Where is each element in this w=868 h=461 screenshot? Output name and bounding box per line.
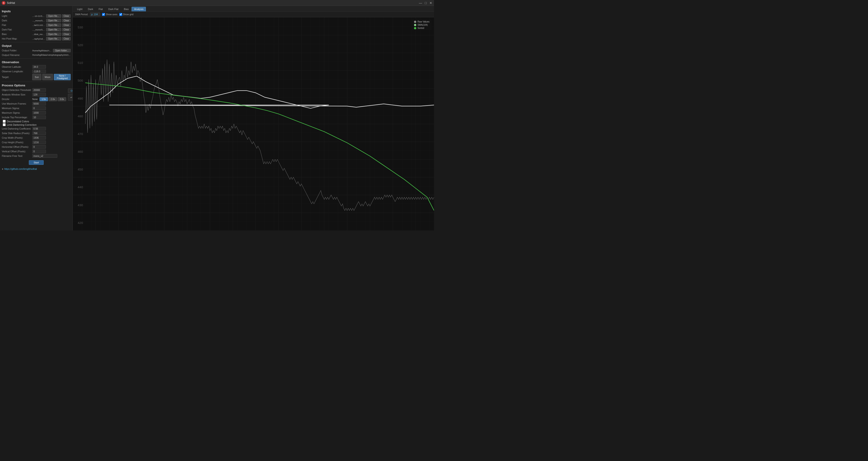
limb-coeff-input[interactable] <box>32 127 46 130</box>
tab-dark-flat[interactable]: Dark Flat <box>106 7 121 11</box>
svg-text:450: 450 <box>78 167 83 171</box>
crop-width-label: Crop Width (Pixels): <box>2 136 31 139</box>
close-btn[interactable]: ✕ <box>430 1 432 5</box>
inputs-section-title: Inputs <box>2 9 71 13</box>
decorrelated-checkbox[interactable] <box>3 120 6 123</box>
limb-correction-checkbox[interactable] <box>3 123 6 126</box>
h-offset-input[interactable] <box>32 145 46 149</box>
h-offset-row: Horizontal Offset (Pixels): <box>2 145 71 149</box>
link-row: ● https://github.com/kmgill/solhat <box>2 166 71 171</box>
max-sigma-row: Maximum Sigma: <box>2 111 71 115</box>
radio-icon: ⊙ <box>70 89 73 92</box>
hotpixel-open-btn[interactable]: Open file... <box>46 37 61 40</box>
min-sigma-row: Minimum Sigma: <box>2 106 71 110</box>
tab-bias[interactable]: Bias <box>121 7 131 11</box>
target-prealigned-btn[interactable]: None / Prealigned <box>54 74 71 80</box>
crop-width-input[interactable] <box>32 136 46 140</box>
dark-open-btn[interactable]: Open file... <box>46 19 61 22</box>
show-grid-label[interactable]: Show grid <box>119 13 134 16</box>
bias-row: Bias: ...ldisk_mono/Sun_-_Bias_100920.se… <box>2 32 71 36</box>
bias-clear-btn[interactable]: Clear <box>62 32 71 36</box>
top-pct-input[interactable] <box>32 116 46 119</box>
svg-text:480: 480 <box>78 114 83 118</box>
show-grid-checkbox[interactable] <box>119 13 122 16</box>
window-title: SolHat <box>7 1 15 4</box>
dark-flat-row: Dark Flat: ..._mono/Sun_-_Flat_Dark_1008… <box>2 28 71 32</box>
svg-text:490: 490 <box>78 97 83 100</box>
dark-flat-clear-btn[interactable]: Clear <box>62 28 71 31</box>
target-moon-btn[interactable]: Moon <box>42 74 53 80</box>
tab-bar: Light Dark Flat Dark Flat Bias Analysis <box>73 6 434 11</box>
sma-period-label: SMA Period: <box>75 13 88 16</box>
solar-radius-input[interactable] <box>32 131 46 135</box>
crop-height-input[interactable] <box>32 141 46 144</box>
dark-clear-btn[interactable]: Clear <box>62 19 71 22</box>
show-axes-label[interactable]: Show axes <box>102 13 117 16</box>
svg-text:510: 510 <box>78 61 83 65</box>
flat-clear-btn[interactable]: Clear <box>62 23 71 27</box>
crop-height-row: Crop Height (Pixels): <box>2 140 71 144</box>
drizzle-label: Drizzle: <box>2 98 31 100</box>
show-axes-checkbox[interactable] <box>102 13 105 16</box>
sma-period-input[interactable] <box>90 12 100 16</box>
max-frames-row: Use Maximum Frames: <box>2 102 71 106</box>
hotpixel-label: Hot Pixel Map: <box>2 37 31 40</box>
longitude-label: Observer Longitude: <box>2 70 31 73</box>
hotpixel-clear-btn[interactable]: Clear <box>62 37 71 40</box>
start-btn[interactable]: Start <box>29 160 43 165</box>
tab-light[interactable]: Light <box>74 7 85 11</box>
svg-text:520: 520 <box>78 43 83 47</box>
solar-radius-label: Solar Disk Radius (Pixels): <box>2 132 31 134</box>
svg-text:530: 530 <box>78 26 83 29</box>
light-label: Light: <box>2 14 31 17</box>
v-offset-row: Vertical Offset (Pixels): <box>2 149 71 153</box>
bullet-icon: ● <box>2 167 3 170</box>
run-analysis-btn[interactable]: ↵ Run Analysis <box>68 94 73 101</box>
tab-analysis[interactable]: Analysis <box>131 7 146 11</box>
window-controls: — □ ✕ <box>419 1 432 5</box>
dark-value: ..._mono/Sun_-_Dark_094859_20ms.ser <box>32 19 45 22</box>
show-axes-text: Show axes <box>106 13 117 16</box>
v-offset-input[interactable] <box>32 150 46 153</box>
right-panel: Light Dark Flat Dark Flat Bias Analysis … <box>73 6 434 230</box>
svg-text:420: 420 <box>78 221 83 224</box>
dark-flat-open-btn[interactable]: Open file... <box>46 28 61 31</box>
svg-text:500: 500 <box>78 79 83 83</box>
free-text-input[interactable] <box>32 154 57 158</box>
bias-open-btn[interactable]: Open file... <box>46 32 61 36</box>
target-sun-btn[interactable]: Sun <box>32 74 41 80</box>
output-folder-btn[interactable]: Open folder... <box>53 49 71 52</box>
max-sigma-input[interactable] <box>32 111 46 115</box>
flat-open-btn[interactable]: Open file... <box>46 23 61 27</box>
github-link[interactable]: https://github.com/kmgill/solhat <box>4 167 37 170</box>
title-bar: S SolHat — □ ✕ <box>0 0 434 6</box>
free-text-label: Filename Free Text: <box>2 155 31 157</box>
longitude-input[interactable] <box>32 69 46 73</box>
drizzle-3-0x-btn[interactable]: 3.0x <box>58 97 66 101</box>
light-clear-btn[interactable]: Clear <box>62 14 71 18</box>
show-grid-text: Show grid <box>123 13 134 16</box>
window-input[interactable] <box>32 93 46 96</box>
legend-raw: Raw Values <box>414 21 430 23</box>
maximize-btn[interactable]: □ <box>425 1 427 5</box>
process-section-title: Process Options <box>2 84 71 87</box>
light-open-btn[interactable]: Open file... <box>46 14 61 18</box>
test-btn[interactable]: ⊙ Test <box>68 88 73 93</box>
legend-sorted: Sorted <box>414 27 430 29</box>
tab-flat[interactable]: Flat <box>96 7 105 11</box>
drizzle-2-0x-btn[interactable]: 2.0x <box>49 97 57 101</box>
minimize-btn[interactable]: — <box>419 1 422 5</box>
latitude-input[interactable] <box>32 65 46 69</box>
target-buttons: Sun Moon None / Prealigned <box>32 74 71 80</box>
svg-text:440: 440 <box>78 185 83 189</box>
decorrelated-row: Decorrelated Colors <box>2 120 71 123</box>
output-folder-label: Output Folder: <box>2 49 31 52</box>
threshold-input[interactable] <box>32 88 46 92</box>
tab-dark[interactable]: Dark <box>86 7 96 11</box>
max-frames-input[interactable] <box>32 102 46 105</box>
limb-coeff-label: Limb Darkening Coefficient: <box>2 127 31 130</box>
drizzle-1-5x-btn[interactable]: 1.5x <box>39 97 48 101</box>
window-row: Analysis Window Size: <box>2 93 66 97</box>
min-sigma-input[interactable] <box>32 106 46 110</box>
crop-width-row: Crop Width (Pixels): <box>2 136 71 140</box>
